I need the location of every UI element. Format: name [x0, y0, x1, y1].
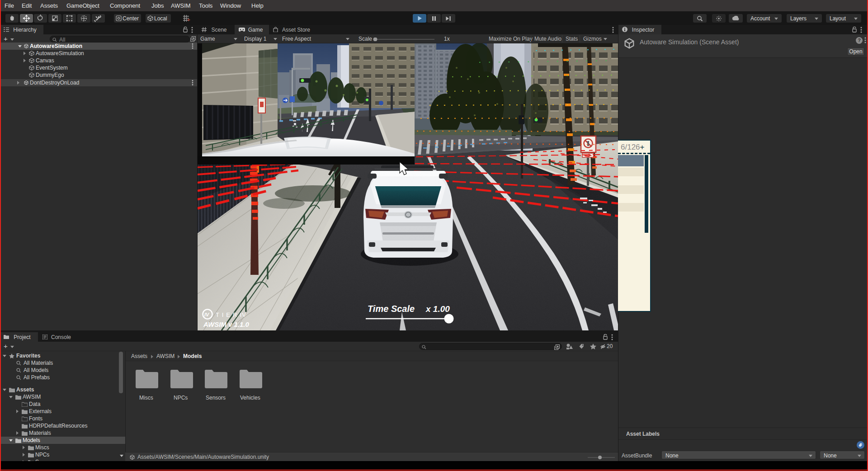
svg-text:?: ?	[858, 38, 861, 43]
